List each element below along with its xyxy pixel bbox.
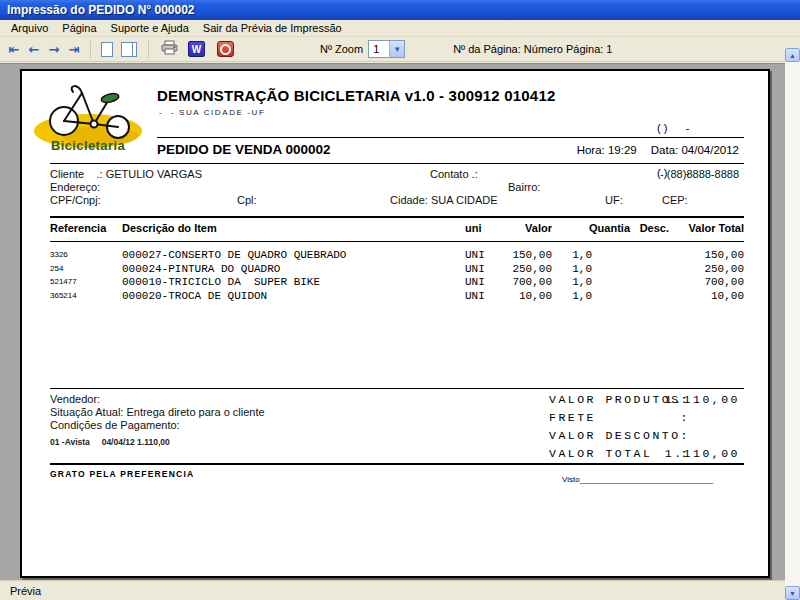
- export-word-icon[interactable]: W: [188, 41, 205, 57]
- toolbar: ⇤ ← → ⇥ W Nº Zoom 1 ▼ Nº da Página: Núme…: [0, 37, 800, 62]
- zoom-value: 1: [369, 43, 389, 55]
- seller-label: Vendedor:: [50, 393, 100, 405]
- menu-bar: Arquivo Página Suporte e Ajuda Sair da P…: [0, 20, 800, 37]
- menu-suporte-e-ajuda[interactable]: Suporte e Ajuda: [104, 21, 196, 35]
- date-label: Data:: [651, 144, 679, 156]
- zoom-label: Nº Zoom: [320, 43, 363, 55]
- window-title: Impressão do PEDIDO N° 000002: [7, 3, 195, 17]
- bicicletaria-logo: Bicicletaria: [30, 79, 148, 155]
- table-row: 365214000020-TROCA DE QUIDONUNI10,001,01…: [22, 290, 768, 304]
- district-label: Bairro:: [508, 181, 540, 193]
- item-total: 700,00: [652, 276, 744, 288]
- page-number-info: Nº da Página: Número Página: 1: [453, 43, 612, 55]
- divider: [50, 241, 744, 242]
- table-rows: 3326000027-CONSERTO DE QUADRO QUEBRADOUN…: [22, 249, 768, 303]
- table-row: 3326000027-CONSERTO DE QUADRO QUEBRADOUN…: [22, 249, 768, 263]
- company-title: DEMONSTRAÇÃO BICICLETARIA v1.0 - 300912 …: [157, 87, 556, 104]
- divider: [50, 163, 744, 164]
- previous-page-button[interactable]: ←: [26, 41, 42, 58]
- valor-produtos-value: 1.110,00: [665, 393, 740, 406]
- cpf-label: CPF/Cnpj:: [50, 194, 101, 206]
- time-value: 19:29: [608, 144, 637, 156]
- divider: [50, 388, 744, 389]
- signature-line: Visto______________________________: [562, 475, 713, 484]
- menu-sair-da-previa[interactable]: Sair da Prévia de Impressão: [196, 21, 349, 35]
- zoom-dropdown[interactable]: 1 ▼: [368, 40, 405, 58]
- order-datetime: Hora: 19:29 Data: 04/04/2012: [577, 144, 739, 156]
- contact-label: Contato .:: [430, 168, 478, 180]
- item-description: 000020-TROCA DE QUIDON: [122, 290, 267, 302]
- valor-total-value: 1.110,00: [665, 447, 740, 460]
- status-text: Prévia: [10, 585, 41, 597]
- chevron-down-icon[interactable]: ▼: [389, 41, 404, 57]
- thanks-message: GRATO PELA PREFERENCIA: [50, 469, 194, 479]
- order-title: PEDIDO DE VENDA 000002: [157, 142, 331, 157]
- payment-detail: 04/04/12 1.110,00: [102, 437, 170, 447]
- item-description: 000024-PINTURA DO QUADRO: [122, 263, 280, 275]
- divider: [50, 463, 744, 465]
- vertical-scrollbar[interactable]: ▲ ▼: [785, 48, 800, 600]
- first-page-button[interactable]: ⇤: [6, 41, 22, 58]
- client-phone: - (88)8888-8888: [660, 168, 739, 180]
- client-label: Cliente .: GETULIO VARGAS: [50, 168, 202, 180]
- item-quantity: 1,0: [542, 290, 592, 302]
- valor-desconto-label: VALOR DESCONTO:: [549, 429, 690, 442]
- item-description: 000010-TRICICLO DA SUPER BIKE: [122, 276, 320, 288]
- menu-pagina[interactable]: Página: [55, 21, 103, 35]
- toolbar-separator: [148, 41, 149, 58]
- payment-terms-label: Condições de Pagamento:: [50, 419, 180, 431]
- status-bar: Prévia: [0, 580, 785, 600]
- city-label: Cidade: SUA CIDADE: [390, 194, 498, 206]
- divider: [50, 216, 744, 218]
- item-quantity: 1,0: [542, 276, 592, 288]
- col-header-referencia: Referencia: [50, 222, 106, 234]
- date-value: 04/04/2012: [681, 144, 739, 156]
- item-quantity: 1,0: [542, 249, 592, 261]
- company-city: - - SUA CIDADE -UF: [159, 108, 265, 117]
- table-row: 521477000010-TRICICLO DA SUPER BIKEUNI70…: [22, 276, 768, 290]
- table-row: 254000024-PINTURA DO QUADROUNI250,001,02…: [22, 263, 768, 277]
- item-reference: 254: [50, 264, 63, 273]
- item-reference: 521477: [50, 277, 77, 286]
- document-page: Bicicletaria DEMONSTRAÇÃO BICICLETARIA v…: [20, 69, 770, 578]
- col-header-valor-total: Valor Total: [652, 222, 744, 234]
- last-page-button[interactable]: ⇥: [66, 41, 82, 58]
- item-value: 10,00: [477, 290, 552, 302]
- item-reference: 365214: [50, 291, 77, 300]
- close-preview-icon[interactable]: [217, 41, 234, 57]
- frete-label: FRETE :: [549, 411, 690, 424]
- item-total: 250,00: [652, 263, 744, 275]
- divider: [157, 137, 744, 138]
- col-header-descricao: Descrição do Item: [122, 222, 217, 234]
- two-page-view-icon[interactable]: [121, 42, 133, 57]
- item-total: 10,00: [652, 290, 744, 302]
- item-value: 250,00: [477, 263, 552, 275]
- city-value: SUA CIDADE: [431, 194, 498, 206]
- cpl-label: Cpl:: [237, 194, 257, 206]
- item-value: 150,00: [477, 249, 552, 261]
- item-value: 700,00: [477, 276, 552, 288]
- item-reference: 3326: [50, 250, 68, 259]
- payment-line: 01 -Avista 04/04/12 1.110,00: [50, 437, 170, 447]
- col-header-quantia: Quantia: [562, 222, 630, 234]
- next-page-button[interactable]: →: [46, 41, 62, 58]
- uf-label: UF:: [605, 194, 623, 206]
- item-total: 150,00: [652, 249, 744, 261]
- item-description: 000027-CONSERTO DE QUADRO QUEBRADO: [122, 249, 346, 261]
- print-preview-area[interactable]: Bicicletaria DEMONSTRAÇÃO BICICLETARIA v…: [0, 63, 785, 580]
- logo-text: Bicicletaria: [51, 138, 126, 153]
- time-label: Hora:: [577, 144, 605, 156]
- scroll-up-icon[interactable]: ▲: [785, 48, 800, 62]
- cep-label: CEP:: [662, 194, 688, 206]
- scroll-down-icon[interactable]: ▼: [785, 586, 800, 600]
- phone-line-1: ( ) -: [657, 121, 689, 136]
- window-title-bar: Impressão do PEDIDO N° 000002: [0, 0, 800, 20]
- print-icon[interactable]: [161, 40, 178, 59]
- menu-arquivo[interactable]: Arquivo: [4, 21, 55, 35]
- address-label: Endereço:: [50, 181, 100, 193]
- client-name: GETULIO VARGAS: [106, 168, 202, 180]
- current-status: Situação Atual: Entrega direto para o cl…: [50, 406, 265, 418]
- single-page-view-icon[interactable]: [101, 42, 113, 57]
- col-header-valor: Valor: [477, 222, 552, 234]
- toolbar-separator: [90, 41, 91, 58]
